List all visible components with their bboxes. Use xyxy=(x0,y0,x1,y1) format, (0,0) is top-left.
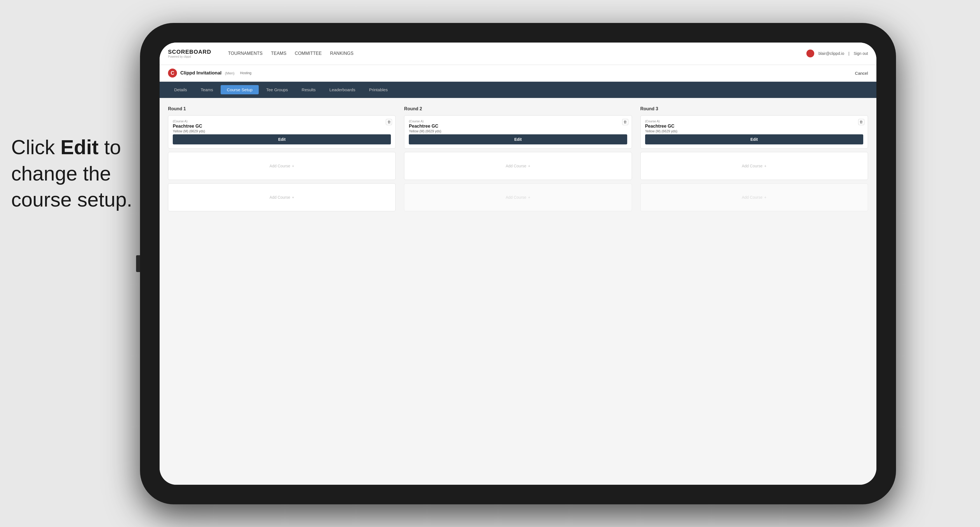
rounds-grid: Round 1 (Course A) Peachtree GC Yellow (… xyxy=(168,106,868,215)
annotation-prefix: Click xyxy=(11,136,60,159)
main-content: Round 1 (Course A) Peachtree GC Yellow (… xyxy=(160,98,877,485)
nav-links: TOURNAMENTS TEAMS COMMITTEE RANKINGS xyxy=(228,50,795,57)
round-2-column: Round 2 (Course A) Peachtree GC Yellow (… xyxy=(404,106,632,215)
round-3-course-details-0: Yellow (M) (6629 yds) xyxy=(645,129,863,133)
tab-results[interactable]: Results xyxy=(295,85,322,94)
tab-printables[interactable]: Printables xyxy=(363,85,394,94)
round-2-add-course-1: Add Course + xyxy=(404,183,632,211)
tournament-bar: C Clippd Invitational (Men) Hosting Canc… xyxy=(160,65,877,82)
round-2-add-course-label-1: Add Course xyxy=(506,195,527,200)
round-2-plus-icon-1: + xyxy=(528,195,530,200)
round-2-plus-icon-0: + xyxy=(528,164,530,168)
c-icon: C xyxy=(171,70,175,76)
round-3-add-course-label-1: Add Course xyxy=(742,195,762,200)
round-1-course-name-0: Peachtree GC xyxy=(173,124,391,129)
nav-rankings[interactable]: RANKINGS xyxy=(330,50,354,57)
round-1-edit-button-0[interactable]: Edit xyxy=(173,134,391,144)
round-3-course-tag-0: (Course A) xyxy=(645,119,863,123)
pipe-separator: | xyxy=(848,51,850,56)
sign-out-link[interactable]: Sign out xyxy=(854,51,868,56)
round-1-add-course-label-0: Add Course xyxy=(270,164,290,168)
round-3-plus-icon-0: + xyxy=(764,164,766,168)
tournament-name: Clippd Invitational xyxy=(180,70,221,76)
round-3-delete-btn-0[interactable]: 🗑 xyxy=(858,119,864,125)
logo-subtext: Powered by clippd xyxy=(168,55,211,58)
round-2-course-tag-0: (Course A) xyxy=(409,119,627,123)
round-2-label: Round 2 xyxy=(404,106,632,111)
tournament-logo: C xyxy=(168,68,177,78)
round-1-course-card-0: (Course A) Peachtree GC Yellow (M) (6629… xyxy=(168,115,396,149)
round-1-add-course-1[interactable]: Add Course + xyxy=(168,183,396,211)
tablet-screen: SCOREBOARD Powered by clippd TOURNAMENTS… xyxy=(160,43,877,485)
tournament-gender: (Men) xyxy=(225,71,234,75)
round-2-course-details-0: Yellow (M) (6629 yds) xyxy=(409,129,627,133)
nav-user-area: blair@clippd.io | Sign out xyxy=(807,49,868,57)
round-1-plus-icon-1: + xyxy=(292,195,294,200)
tablet-device: SCOREBOARD Powered by clippd TOURNAMENTS… xyxy=(140,23,896,504)
round-3-edit-button-0[interactable]: Edit xyxy=(645,134,863,144)
round-3-add-course-label-0: Add Course xyxy=(742,164,762,168)
tab-tee-groups[interactable]: Tee Groups xyxy=(260,85,294,94)
logo-text: SCOREBOARD xyxy=(168,49,211,55)
round-1-add-course-0[interactable]: Add Course + xyxy=(168,152,396,180)
round-3-column: Round 3 (Course A) Peachtree GC Yellow (… xyxy=(640,106,868,215)
annotation-bold: Edit xyxy=(60,136,99,159)
tab-leaderboards[interactable]: Leaderboards xyxy=(323,85,361,94)
top-navigation: SCOREBOARD Powered by clippd TOURNAMENTS… xyxy=(160,43,877,65)
round-2-delete-btn-0[interactable]: 🗑 xyxy=(622,119,628,125)
round-1-column: Round 1 (Course A) Peachtree GC Yellow (… xyxy=(168,106,396,215)
round-3-course-card-0: (Course A) Peachtree GC Yellow (M) (6629… xyxy=(640,115,868,149)
round-3-add-course-1: Add Course + xyxy=(640,183,868,211)
tablet-side-button xyxy=(136,255,140,272)
tournament-info: C Clippd Invitational (Men) Hosting xyxy=(168,68,251,78)
app-logo: SCOREBOARD Powered by clippd xyxy=(168,49,211,58)
nav-tournaments[interactable]: TOURNAMENTS xyxy=(228,50,262,57)
round-1-plus-icon-0: + xyxy=(292,164,294,168)
tab-bar: Details Teams Course Setup Tee Groups Re… xyxy=(160,82,877,98)
hosting-badge: Hosting xyxy=(240,71,251,75)
cancel-button[interactable]: Cancel xyxy=(855,71,868,76)
round-2-add-course-label-0: Add Course xyxy=(506,164,527,168)
nav-teams[interactable]: TEAMS xyxy=(271,50,286,57)
round-1-add-course-label-1: Add Course xyxy=(270,195,290,200)
user-email: blair@clippd.io xyxy=(818,51,844,56)
round-1-delete-btn-0[interactable]: 🗑 xyxy=(386,119,392,125)
round-3-course-name-0: Peachtree GC xyxy=(645,124,863,129)
round-3-add-course-0[interactable]: Add Course + xyxy=(640,152,868,180)
user-avatar xyxy=(807,49,814,57)
round-2-add-course-0[interactable]: Add Course + xyxy=(404,152,632,180)
tab-teams[interactable]: Teams xyxy=(195,85,219,94)
tab-details[interactable]: Details xyxy=(168,85,193,94)
round-2-edit-button-0[interactable]: Edit xyxy=(409,134,627,144)
round-1-label: Round 1 xyxy=(168,106,396,111)
round-2-course-card-0: (Course A) Peachtree GC Yellow (M) (6629… xyxy=(404,115,632,149)
round-1-course-tag-0: (Course A) xyxy=(173,119,391,123)
round-1-course-details-0: Yellow (M) (6629 yds) xyxy=(173,129,391,133)
nav-committee[interactable]: COMMITTEE xyxy=(295,50,322,57)
round-3-plus-icon-1: + xyxy=(764,195,766,200)
tab-course-setup[interactable]: Course Setup xyxy=(221,85,259,94)
round-3-label: Round 3 xyxy=(640,106,868,111)
round-2-course-name-0: Peachtree GC xyxy=(409,124,627,129)
